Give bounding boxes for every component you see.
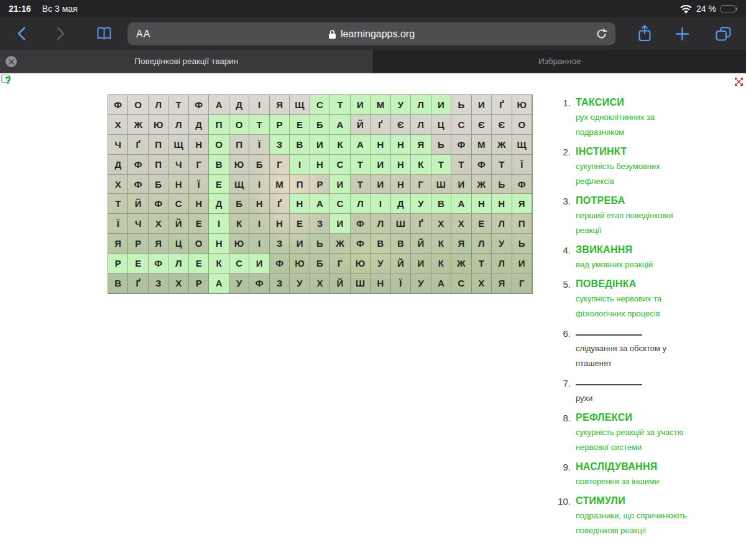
- grid-cell[interactable]: С: [330, 194, 350, 214]
- grid-cell[interactable]: І: [249, 95, 269, 115]
- grid-cell[interactable]: Н: [270, 214, 290, 234]
- grid-cell[interactable]: Л: [492, 254, 512, 273]
- grid-cell[interactable]: Т: [472, 254, 492, 273]
- grid-cell[interactable]: Ф: [189, 95, 209, 115]
- grid-cell[interactable]: Ї: [108, 214, 128, 234]
- grid-cell[interactable]: С: [451, 273, 471, 293]
- grid-cell[interactable]: Н: [472, 194, 492, 214]
- grid-cell[interactable]: Н: [209, 234, 229, 254]
- grid-cell[interactable]: Ь: [310, 234, 330, 254]
- grid-cell[interactable]: Н: [391, 135, 411, 155]
- grid-cell[interactable]: И: [411, 254, 431, 273]
- grid-cell[interactable]: Е: [472, 214, 492, 234]
- grid-cell[interactable]: П: [209, 115, 229, 135]
- grid-cell[interactable]: Ч: [108, 135, 128, 155]
- grid-cell[interactable]: Г: [512, 273, 532, 293]
- grid-cell[interactable]: Ї: [391, 273, 411, 293]
- reader-text-size-button[interactable]: АА: [136, 29, 150, 40]
- grid-cell[interactable]: Ґ: [128, 273, 148, 293]
- grid-cell[interactable]: Ю: [229, 234, 249, 254]
- grid-cell[interactable]: Я: [411, 135, 431, 155]
- grid-cell[interactable]: Т: [451, 155, 471, 175]
- grid-cell[interactable]: Ш: [431, 175, 451, 195]
- grid-cell[interactable]: И: [310, 135, 330, 155]
- grid-cell[interactable]: У: [391, 95, 411, 115]
- grid-cell[interactable]: Л: [168, 115, 188, 135]
- grid-cell[interactable]: К: [431, 254, 451, 273]
- grid-cell[interactable]: Ь: [451, 95, 471, 115]
- grid-cell[interactable]: Р: [128, 234, 148, 254]
- grid-cell[interactable]: А: [330, 115, 350, 135]
- grid-cell[interactable]: Т: [108, 194, 128, 214]
- grid-cell[interactable]: Ф: [128, 155, 148, 175]
- grid-cell[interactable]: Р: [108, 254, 128, 273]
- grid-cell[interactable]: Т: [330, 95, 350, 115]
- grid-cell[interactable]: Ф: [249, 273, 269, 293]
- grid-cell[interactable]: О: [128, 95, 148, 115]
- grid-cell[interactable]: В: [391, 234, 411, 254]
- grid-cell[interactable]: Й: [391, 254, 411, 273]
- grid-cell[interactable]: Е: [209, 175, 229, 195]
- grid-cell[interactable]: Ю: [229, 155, 249, 175]
- grid-cell[interactable]: І: [371, 194, 390, 214]
- grid-cell[interactable]: Ю: [149, 115, 168, 135]
- grid-cell[interactable]: И: [351, 95, 371, 115]
- grid-cell[interactable]: У: [492, 234, 512, 254]
- grid-cell[interactable]: Я: [108, 234, 128, 254]
- grid-cell[interactable]: П: [229, 135, 249, 155]
- grid-cell[interactable]: У: [371, 254, 390, 273]
- grid-cell[interactable]: И: [451, 175, 471, 195]
- grid-cell[interactable]: Л: [351, 194, 371, 214]
- grid-cell[interactable]: Н: [310, 155, 330, 175]
- grid-cell[interactable]: Д: [108, 155, 128, 175]
- grid-cell[interactable]: Ф: [149, 254, 168, 273]
- grid-cell[interactable]: І: [249, 175, 269, 195]
- grid-cell[interactable]: С: [451, 115, 471, 135]
- grid-cell[interactable]: Н: [391, 155, 411, 175]
- grid-cell[interactable]: Е: [290, 214, 310, 234]
- grid-cell[interactable]: Ї: [249, 135, 269, 155]
- grid-cell[interactable]: Ґ: [411, 214, 431, 234]
- grid-cell[interactable]: У: [411, 194, 431, 214]
- grid-cell[interactable]: Щ: [512, 135, 532, 155]
- grid-cell[interactable]: А: [451, 194, 471, 214]
- grid-cell[interactable]: Н: [371, 135, 390, 155]
- grid-cell[interactable]: Р: [310, 175, 330, 195]
- grid-cell[interactable]: К: [431, 234, 451, 254]
- grid-cell[interactable]: З: [149, 273, 168, 293]
- grid-cell[interactable]: Б: [249, 155, 269, 175]
- grid-cell[interactable]: Я: [149, 234, 168, 254]
- grid-cell[interactable]: Т: [351, 155, 371, 175]
- grid-cell[interactable]: Ь: [431, 135, 451, 155]
- grid-cell[interactable]: Л: [492, 214, 512, 234]
- fullscreen-icon[interactable]: [734, 77, 744, 86]
- grid-cell[interactable]: Ф: [472, 155, 492, 175]
- forward-button[interactable]: [51, 17, 70, 50]
- grid-cell[interactable]: Г: [330, 254, 350, 273]
- grid-cell[interactable]: А: [209, 273, 229, 293]
- grid-cell[interactable]: Ь: [512, 234, 532, 254]
- grid-cell[interactable]: Ц: [168, 234, 188, 254]
- grid-cell[interactable]: Ф: [451, 135, 471, 155]
- grid-cell[interactable]: А: [310, 194, 330, 214]
- grid-cell[interactable]: Х: [108, 115, 128, 135]
- grid-cell[interactable]: Л: [411, 95, 431, 115]
- grid-cell[interactable]: Б: [310, 115, 330, 135]
- grid-cell[interactable]: С: [229, 254, 249, 273]
- grid-cell[interactable]: Д: [229, 95, 249, 115]
- grid-cell[interactable]: Х: [149, 214, 168, 234]
- grid-cell[interactable]: Я: [270, 95, 290, 115]
- grid-cell[interactable]: Й: [168, 214, 188, 234]
- grid-cell[interactable]: В: [371, 234, 390, 254]
- grid-cell[interactable]: Л: [411, 115, 431, 135]
- grid-cell[interactable]: Я: [512, 194, 532, 214]
- grid-cell[interactable]: Р: [189, 273, 209, 293]
- grid-cell[interactable]: Т: [249, 115, 269, 135]
- grid-cell[interactable]: Е: [189, 214, 209, 234]
- grid-cell[interactable]: К: [209, 254, 229, 273]
- grid-cell[interactable]: Ш: [351, 273, 371, 293]
- tab-inactive[interactable]: Избранное: [373, 50, 746, 73]
- grid-cell[interactable]: М: [371, 95, 390, 115]
- grid-cell[interactable]: Х: [168, 273, 188, 293]
- grid-cell[interactable]: Т: [351, 175, 371, 195]
